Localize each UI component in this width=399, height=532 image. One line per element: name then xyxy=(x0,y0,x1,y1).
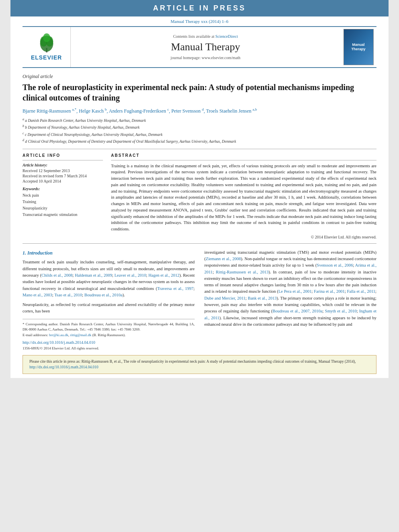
received-date: Received 12 September 2013 xyxy=(23,168,103,173)
elsevier-logo: ELSEVIER xyxy=(31,33,62,61)
journal-ref: Manual Therapy xxx (2014) 1–6 xyxy=(10,16,389,25)
svg-point-4 xyxy=(43,33,50,42)
page-wrapper: ARTICLE IN PRESS Manual Therapy xxx (201… xyxy=(10,0,389,378)
divider-1 xyxy=(23,149,376,149)
footnote-area: * Corresponding author. Danish Pain Rese… xyxy=(23,319,195,351)
divider-2 xyxy=(23,243,376,244)
ref-tsao[interactable]: Tsao et al., 2010 xyxy=(54,293,82,297)
journal-title: Manual Therapy xyxy=(171,41,240,53)
affiliation-c: c c Department of Clinical Neurophysiolo… xyxy=(23,131,376,138)
accepted-date: Accepted 10 April 2014 xyxy=(23,179,103,183)
keyword-3: Neuroplasticity xyxy=(23,205,103,212)
body-col-left: 1. Introduction Treatment of neck pain u… xyxy=(23,249,195,351)
doi-link[interactable]: http://dx.doi.org/10.1016/j.math.2014.04… xyxy=(23,340,95,345)
ref-falla[interactable]: Falla et al., 2011 xyxy=(347,289,375,294)
affiliation-a: a a Danish Pain Research Center, Aarhus … xyxy=(23,117,376,123)
article-type: Original article xyxy=(23,74,376,80)
keyword-2: Training xyxy=(23,199,103,205)
keyword-1: Neck pain xyxy=(23,192,103,199)
ref-boudreau[interactable]: Boudreau et al., 2010a xyxy=(84,293,123,297)
elsevier-tree-icon xyxy=(35,33,59,53)
intro-para2: Neuroplasticity, as reflected by cortica… xyxy=(23,302,195,315)
abstract-col: ABSTRACT Training is a mainstay in the c… xyxy=(111,153,376,239)
right-para1: investigated using transcranial magnetic… xyxy=(204,249,376,328)
email-link-1[interactable]: brr@ki.au.dk xyxy=(49,333,68,337)
journal-header: ELSEVIER Contents lists available at Sci… xyxy=(23,26,376,68)
journal-cover: ManualTherapy xyxy=(343,29,374,65)
ref-hagen[interactable]: Hagen et al., 2012 xyxy=(148,273,179,277)
ref-smyth[interactable]: Smyth et al., 2010 xyxy=(325,309,357,313)
elsevier-logo-area: ELSEVIER xyxy=(23,27,71,67)
article-content: Original article The role of neuroplasti… xyxy=(10,70,389,378)
article-info-col: ARTICLE INFO Article history: Received 1… xyxy=(23,153,103,239)
email-link-2[interactable]: rittig@mail.dk xyxy=(70,333,91,337)
body-section: 1. Introduction Treatment of neck pain u… xyxy=(23,249,376,351)
banner-text: ARTICLE IN PRESS xyxy=(153,4,246,12)
journal-ref-text: Manual Therapy xxx (2014) 1–6 xyxy=(171,19,228,24)
journal-header-center: Contents lists available at ScienceDirec… xyxy=(71,27,340,67)
homepage-url: www.elsevier.com/math xyxy=(202,55,241,60)
cover-title: ManualTherapy xyxy=(351,43,365,51)
intro-para1: Treatment of neck pain usually includes … xyxy=(23,259,195,298)
ref-svensson[interactable]: Svensson et al., 2006 xyxy=(317,263,353,267)
article-info-heading: ARTICLE INFO xyxy=(23,153,103,158)
ref-boudreau2[interactable]: Boudreau et al., 2007, 2010a xyxy=(273,309,323,313)
revised-date: Received in revised form 7 March 2014 xyxy=(23,174,103,178)
footnote-email: E-mail addresses: brr@ki.au.dk, rittig@m… xyxy=(23,333,195,338)
article-title: The role of neuroplasticity in experimen… xyxy=(23,82,376,103)
authors: Bjarne Rittig-Rasmussen a,*, Helge Kasch… xyxy=(23,107,376,115)
ref-leaver[interactable]: Leaver et al., 2010 xyxy=(114,273,146,277)
affiliations: a a Danish Pain Research Center, Aarhus … xyxy=(23,117,376,145)
elsevier-text: ELSEVIER xyxy=(31,54,62,61)
science-direct-anchor[interactable]: ScienceDirect xyxy=(215,34,238,39)
footnote-corresponding: * Corresponding author. Danish Pain Rese… xyxy=(23,322,195,333)
info-abstract-section: ARTICLE INFO Article history: Received 1… xyxy=(23,153,376,239)
ref-dube[interactable]: Dube and Mercier, 2011 xyxy=(204,296,245,300)
citation-text: Please cite this article in press as: Ri… xyxy=(29,359,356,369)
copyright: © 2014 Elsevier Ltd. All rights reserved… xyxy=(111,235,376,239)
keywords-label: Keywords: xyxy=(23,187,103,191)
history-label: Article history: xyxy=(23,163,103,167)
ref-childs[interactable]: Childs et al., 2008 xyxy=(41,273,72,277)
ref-mano[interactable]: Mano et al., 2003 xyxy=(23,293,52,297)
ref-traversa[interactable]: Traversa et al., 1997 xyxy=(157,286,193,291)
intro-heading: 1. Introduction xyxy=(23,249,195,257)
body-two-col: 1. Introduction Treatment of neck pain u… xyxy=(23,249,376,351)
abstract-text: Training is a mainstay in the clinical m… xyxy=(111,163,376,232)
abstract-heading: ABSTRACT xyxy=(111,153,376,158)
body-col-right: investigated using transcranial magnetic… xyxy=(204,249,376,351)
article-in-press-banner: ARTICLE IN PRESS xyxy=(10,0,389,16)
ref-ziemann[interactable]: Ziemann et al., 2008 xyxy=(206,257,241,261)
ref-lepera[interactable]: Le Pera et al., 2001 xyxy=(278,289,311,294)
ref-farina[interactable]: Farina et al., 2001 xyxy=(314,289,345,294)
journal-cover-area: ManualTherapy xyxy=(340,27,376,67)
citation-bar: Please cite this article in press as: Ri… xyxy=(23,355,376,374)
affiliation-d: d d Clinical Oral Physiology, Department… xyxy=(23,138,376,144)
ref-rittig[interactable]: Rittig-Rasmussen et al., 2013 xyxy=(216,270,269,274)
science-direct-link: Contents lists available at ScienceDirec… xyxy=(173,34,238,39)
journal-homepage: journal homepage: www.elsevier.com/math xyxy=(171,55,241,60)
affiliation-b: b b Department of Neurology, Aarhus Univ… xyxy=(23,124,376,130)
ref-haldeman[interactable]: Haldeman et al., 2009 xyxy=(75,273,112,277)
issn-text: 1356-689X/© 2014 Elsevier Ltd. All right… xyxy=(23,346,195,351)
keyword-4: Transcranial magnetic stimulation xyxy=(23,212,103,218)
ref-bank[interactable]: Bank et al., 2013 xyxy=(248,296,277,300)
citation-doi-link[interactable]: http://dx.doi.org/10.1016/j.math.2014.04… xyxy=(29,365,99,369)
